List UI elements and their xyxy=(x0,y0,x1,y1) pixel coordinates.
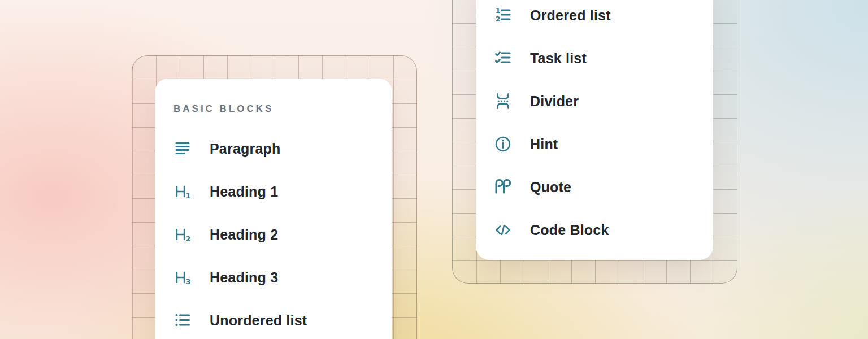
menu-item-unordered-list[interactable]: Unordered list xyxy=(173,299,381,339)
menu-item-label: Paragraph xyxy=(210,141,280,157)
divider-icon xyxy=(494,92,512,110)
basic-blocks-menu-card: BASIC BLOCKS Paragraph 1 Heading 1 xyxy=(155,79,392,339)
svg-text:2: 2 xyxy=(185,234,190,243)
menu-item-ordered-list[interactable]: 1 2 Ordered list xyxy=(494,0,702,37)
menu-item-label: Heading 2 xyxy=(210,227,278,243)
menu-item-label: Quote xyxy=(530,179,571,195)
code-block-icon xyxy=(494,221,512,239)
heading-1-icon: 1 xyxy=(173,182,192,201)
quote-icon xyxy=(494,178,512,196)
svg-text:1: 1 xyxy=(185,192,190,200)
menu-item-heading-3[interactable]: 3 Heading 3 xyxy=(173,256,381,299)
heading-2-icon: 2 xyxy=(173,225,192,244)
menu-item-task-list[interactable]: Task list xyxy=(494,37,702,80)
menu-item-quote[interactable]: Quote xyxy=(494,166,702,208)
section-header: BASIC BLOCKS xyxy=(173,104,381,114)
menu-item-hint[interactable]: Hint xyxy=(494,123,702,166)
svg-text:1: 1 xyxy=(496,6,501,15)
menu-item-code-block[interactable]: Code Block xyxy=(494,208,702,251)
menu-item-heading-1[interactable]: 1 Heading 1 xyxy=(173,170,381,213)
menu-item-label: Heading 1 xyxy=(210,184,278,200)
menu-item-paragraph[interactable]: Paragraph xyxy=(173,127,381,170)
menu-item-label: Code Block xyxy=(530,222,609,238)
svg-text:3: 3 xyxy=(185,277,190,286)
menu-item-divider[interactable]: Divider xyxy=(494,80,702,123)
hint-icon xyxy=(494,135,512,153)
menu-item-label: Task list xyxy=(530,50,587,67)
menu-item-label: Heading 3 xyxy=(210,270,278,286)
ordered-list-icon: 1 2 xyxy=(494,6,512,24)
blocks-menu-card-continued: 1 2 Ordered list xyxy=(476,0,713,260)
svg-text:2: 2 xyxy=(496,15,501,23)
block-menu-illustration: BASIC BLOCKS Paragraph 1 Heading 1 xyxy=(0,0,868,339)
heading-3-icon: 3 xyxy=(173,268,192,286)
paragraph-icon xyxy=(173,140,192,158)
menu-item-label: Hint xyxy=(530,136,558,153)
task-list-icon xyxy=(494,49,512,67)
unordered-list-icon xyxy=(173,311,192,329)
menu-item-heading-2[interactable]: 2 Heading 2 xyxy=(173,213,381,256)
menu-item-label: Ordered list xyxy=(530,7,611,24)
menu-item-label: Unordered list xyxy=(210,312,307,329)
menu-item-label: Divider xyxy=(530,93,579,110)
